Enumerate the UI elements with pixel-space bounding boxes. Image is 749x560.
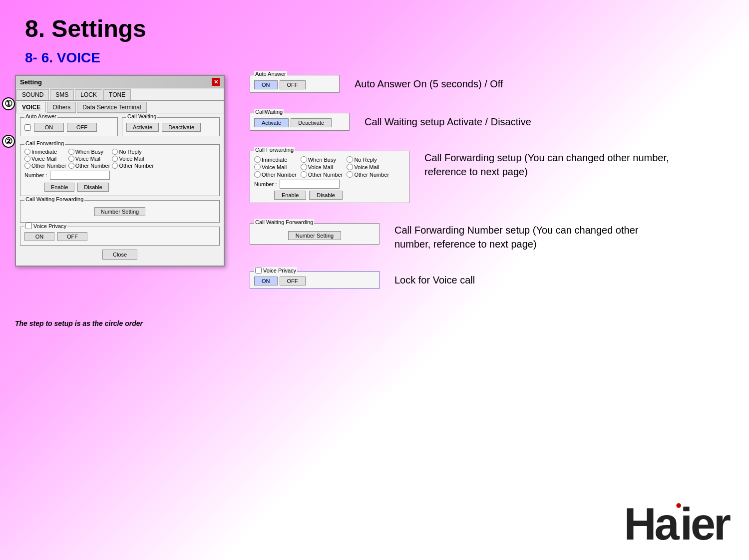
mini-radio-nr-label: No Reply <box>354 157 376 163</box>
page-subtitle: 8- 6. VOICE <box>25 50 100 66</box>
tabs-row2: VOICE Others Data Service Terminal <box>16 101 224 113</box>
tab-lock[interactable]: LOCK <box>75 89 102 100</box>
auto-answer-on-button[interactable]: ON <box>34 123 64 132</box>
mini-call-forwarding-label: Call Forwarding <box>254 147 295 153</box>
voice-privacy-checkbox[interactable] <box>25 223 32 229</box>
radio-noreply-input[interactable] <box>112 149 118 155</box>
tab-sms[interactable]: SMS <box>50 89 74 100</box>
mini-auto-answer-label: Auto Answer <box>254 71 287 77</box>
call-forwarding-text1: Call Forwarding setup (You can changed o… <box>424 151 669 165</box>
mini-fw-col3: No Reply Voice Mail Other Number <box>347 156 389 178</box>
mini-vp-window: Voice Privacy ON OFF <box>250 271 379 289</box>
mini-number-input[interactable] <box>280 180 340 189</box>
mini-off-button[interactable]: OFF <box>280 80 306 89</box>
mini-fw-col1: Immediate Voice Mail Other Number <box>254 156 297 178</box>
enable-button[interactable]: Enable <box>44 183 74 192</box>
radio-other2-input[interactable] <box>68 163 74 169</box>
mini-call-waiting-window: CallWaiting Activate Deactivate <box>250 113 350 131</box>
cwf-text1: Call Forwarding Number setup (You can ch… <box>394 223 638 237</box>
tab-sound[interactable]: SOUND <box>16 89 49 100</box>
mini-radio-wb-label: When Busy <box>308 157 336 163</box>
auto-answer-section: Auto Answer ON OFF <box>20 117 118 136</box>
window-title: Setting <box>20 78 42 86</box>
radio-voicemail2-input[interactable] <box>68 156 74 162</box>
call-forwarding-col1: Immediate Voice Mail Other Number <box>24 149 66 169</box>
mini-radio-vm3: Voice Mail <box>347 164 389 170</box>
mini-enable-button[interactable]: Enable <box>274 191 306 200</box>
setting-window: Setting ✕ SOUND SMS LOCK TONE VOICE Othe… <box>15 75 225 267</box>
radio-voicemail1-input[interactable] <box>24 156 30 162</box>
window-body: Auto Answer ON OFF Call Waiting Activate… <box>16 113 224 266</box>
call-waiting-activate-button[interactable]: Activate <box>126 123 159 132</box>
radio-voicemail3-input[interactable] <box>112 156 118 162</box>
radio-other1-label: Other Number <box>31 163 66 169</box>
cwf-text2: number, reference to next page) <box>394 237 638 251</box>
mini-radio-vm1-input[interactable] <box>254 164 261 170</box>
mini-vp-checkbox-label: Voice Privacy <box>255 267 296 274</box>
number-input[interactable] <box>50 171 110 180</box>
mini-radio-vm2-input[interactable] <box>301 164 307 170</box>
voice-privacy-on-button[interactable]: ON <box>24 232 54 241</box>
mini-vp-on-button[interactable]: ON <box>254 277 278 285</box>
tab-data-service[interactable]: Data Service Terminal <box>77 102 146 113</box>
radio-noreply-label: No Reply <box>119 149 141 155</box>
mini-radio-vm1: Voice Mail <box>254 164 297 170</box>
mini-radio-on3-input[interactable] <box>347 171 353 178</box>
call-waiting-row: Activate Deactivate <box>126 123 215 132</box>
mini-activate-button[interactable]: Activate <box>254 118 289 127</box>
mini-radio-vm2: Voice Mail <box>301 164 343 170</box>
mini-disable-button[interactable]: Disable <box>309 191 343 200</box>
call-waiting-deactivate-button[interactable]: Deactivate <box>162 123 201 132</box>
radio-othernumber-1: Other Number <box>24 163 66 169</box>
auto-answer-off-button[interactable]: OFF <box>67 123 97 132</box>
mini-number-setting-button[interactable]: Number Setting <box>288 231 341 240</box>
mini-radio-vm2-label: Voice Mail <box>308 164 333 170</box>
call-waiting-text: Call Waiting setup Activate / Disactive <box>365 115 531 129</box>
radio-immediate-input[interactable] <box>24 149 30 155</box>
voice-privacy-off-button[interactable]: OFF <box>57 232 87 241</box>
mini-radio-wb-input[interactable] <box>301 156 307 163</box>
number-setting-button[interactable]: Number Setting <box>94 207 145 216</box>
mini-radio-nr-input[interactable] <box>347 156 353 163</box>
voice-privacy-text: Lock for Voice call <box>394 273 475 287</box>
radio-other1-input[interactable] <box>24 163 30 169</box>
radio-whenbusy-input[interactable] <box>68 149 74 155</box>
mini-radio-on1-input[interactable] <box>254 171 261 178</box>
tab-tone[interactable]: TONE <box>103 89 131 100</box>
radio-noreply: No Reply <box>112 149 154 155</box>
tab-voice[interactable]: VOICE <box>16 102 46 113</box>
mini-number-label: Number : <box>254 181 277 187</box>
call-forwarding-col2: When Busy Voice Mail Other Number <box>68 149 110 169</box>
enable-disable-row: Enable Disable <box>44 183 215 192</box>
radio-immediate: Immediate <box>24 149 66 155</box>
mini-radio-on2-label: Other Number <box>308 172 343 178</box>
mini-radio-vm1-label: Voice Mail <box>262 164 287 170</box>
mini-vp-label-text: Voice Privacy <box>263 268 296 274</box>
tab-others[interactable]: Others <box>47 102 76 113</box>
call-forwarding-texts: Call Forwarding setup (You can changed o… <box>424 151 669 179</box>
radio-other3-input[interactable] <box>112 163 118 169</box>
mini-radio-vm3-input[interactable] <box>347 164 353 170</box>
mini-radio-on1-label: Other Number <box>262 172 297 178</box>
mini-on-button[interactable]: ON <box>254 80 278 89</box>
mini-radio-immediate-input[interactable] <box>254 156 261 163</box>
mini-call-forwarding-body: Immediate Voice Mail Other Number <box>250 151 409 203</box>
number-row: Number : <box>24 171 215 180</box>
mini-call-forwarding-window: Call Forwarding Immediate Voice Mail <box>250 151 409 203</box>
radio-voicemail2-label: Voice Mail <box>75 156 100 162</box>
call-forwarding-col3: No Reply Voice Mail Other Number <box>112 149 154 169</box>
mini-deactivate-button[interactable]: Deactivate <box>291 118 332 127</box>
auto-answer-explanation: Auto Answer ON OFF Auto Answer On (5 sec… <box>250 75 729 93</box>
mini-radio-on2-input[interactable] <box>301 171 307 178</box>
haier-logo: Ha●ier <box>624 499 729 550</box>
close-window-button[interactable]: Close <box>102 250 137 260</box>
radio-othernumber-3: Other Number <box>112 163 154 169</box>
mini-vp-off-button[interactable]: OFF <box>280 277 306 285</box>
disable-button[interactable]: Disable <box>77 183 109 192</box>
mini-cwf-body: Number Setting <box>250 224 379 244</box>
auto-answer-label: Auto Answer <box>24 113 57 119</box>
window-close-button[interactable]: ✕ <box>212 78 220 86</box>
mini-vp-checkbox[interactable] <box>255 267 262 274</box>
auto-answer-checkbox[interactable] <box>24 124 31 131</box>
page-title: 8. Settings <box>25 15 146 42</box>
